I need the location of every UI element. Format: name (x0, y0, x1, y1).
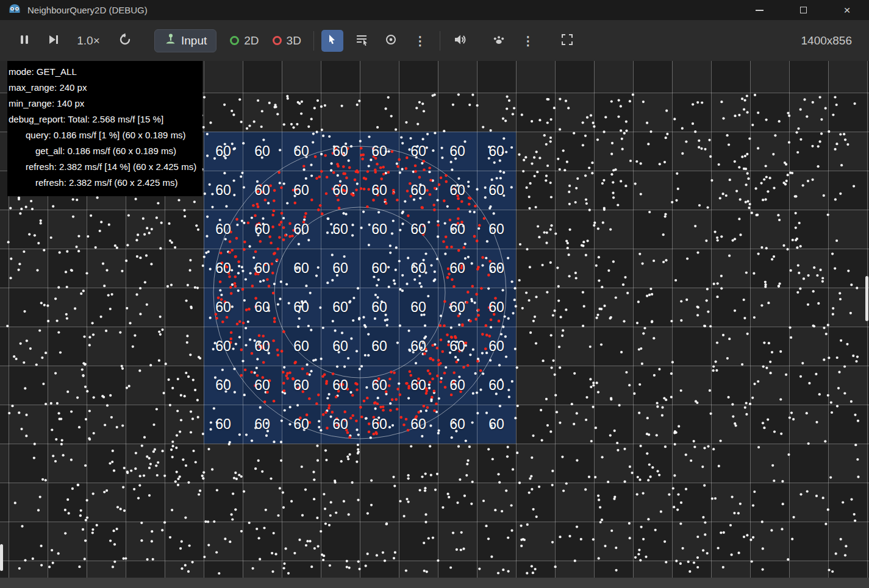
3d-node-icon (273, 36, 282, 45)
2d-node-icon (230, 36, 239, 45)
cell-count-label: 60 (399, 132, 438, 171)
cell-count-label: 60 (321, 249, 360, 288)
fullscreen-button[interactable] (556, 30, 578, 52)
cell-count-label: 60 (282, 288, 321, 327)
cell-count-label: 60 (477, 171, 516, 210)
cell-count-label: 60 (438, 249, 477, 288)
left-scrollbar-thumb[interactable] (0, 544, 3, 571)
debug-line: query: 0.186 ms/f [1 %] (60 x 0.189 ms) (9, 127, 196, 143)
maximize-button[interactable] (781, 0, 825, 20)
ring-dot-icon (384, 33, 398, 48)
cell-count-label: 60 (321, 210, 360, 249)
cell-count-label: 60 (360, 366, 399, 405)
cell-count-label: 60 (399, 171, 438, 210)
window-title: NeighbourQuery2D (DEBUG) (27, 5, 148, 15)
cell-count-label: 60 (360, 288, 399, 327)
tab-2d[interactable]: 2D (230, 34, 259, 48)
paw-icon (492, 33, 506, 48)
horizontal-scrollbar-track[interactable] (0, 578, 869, 588)
audio-mute-button[interactable] (449, 30, 471, 52)
godot-logo-icon (8, 2, 21, 18)
select-list-button[interactable] (351, 30, 373, 52)
cell-count-label: 60 (438, 171, 477, 210)
cell-count-label: 60 (243, 405, 282, 444)
cell-count-label: 60 (360, 327, 399, 366)
pause-button[interactable] (13, 30, 35, 52)
speed-label[interactable]: 1.0× (71, 34, 105, 48)
cell-count-label: 60 (399, 288, 438, 327)
tab-3d[interactable]: 3D (273, 34, 301, 48)
window-controls: × (737, 0, 869, 20)
debug-overlay: mode: GET_ALLmax_range: 240 pxmin_range:… (7, 61, 202, 196)
minimize-button[interactable] (737, 0, 781, 20)
cell-count-label: 60 (438, 132, 477, 171)
next-frame-button[interactable] (42, 30, 64, 52)
cell-count-label: 60 (438, 210, 477, 249)
cell-count-label: 60 (477, 366, 516, 405)
toolbar-separator (440, 31, 440, 51)
debug-line: debug_report: Total: 2.568 ms/f [15 %] (9, 112, 196, 127)
right-scrollbar-thumb[interactable] (865, 276, 868, 321)
visibility-button[interactable] (380, 30, 402, 52)
list-cursor-icon (355, 33, 368, 48)
more-options-button-2[interactable]: ⋮ (517, 30, 539, 52)
resolution-label: 1400x856 (801, 34, 852, 48)
tab-3d-label: 3D (287, 34, 301, 48)
minimize-icon (756, 10, 764, 11)
cell-count-label: 60 (438, 327, 477, 366)
cell-count-label: 60 (438, 405, 477, 444)
cell-count-label: 60 (282, 210, 321, 249)
cell-count-label: 60 (477, 132, 516, 171)
cell-count-label: 60 (204, 210, 243, 249)
cell-count-label: 60 (477, 249, 516, 288)
next-frame-icon (46, 33, 60, 48)
pause-icon (18, 33, 31, 48)
cell-count-label: 60 (282, 171, 321, 210)
cell-count-label: 60 (321, 327, 360, 366)
cell-count-label: 60 (399, 327, 438, 366)
cell-count-label: 60 (282, 249, 321, 288)
input-toggle-button[interactable]: Input (154, 29, 216, 52)
cell-count-label: 60 (321, 288, 360, 327)
tab-2d-label: 2D (244, 34, 259, 48)
cell-count-label: 60 (477, 327, 516, 366)
reset-button[interactable] (114, 30, 136, 52)
cell-count-label: 60 (477, 405, 516, 444)
cell-count-label: 60 (321, 132, 360, 171)
cell-count-label: 60 (243, 132, 282, 171)
debug-line: min_range: 140 px (9, 96, 196, 112)
debug-line: refresh: 2.382 ms/f (60 x 2.425 ms) (9, 175, 196, 191)
cell-count-label: 60 (204, 288, 243, 327)
cell-count-label: 60 (360, 249, 399, 288)
cell-count-label: 60 (321, 171, 360, 210)
cell-count-label: 60 (399, 249, 438, 288)
joystick-icon (164, 33, 176, 48)
cell-count-label: 60 (477, 288, 516, 327)
cell-count-label: 60 (360, 132, 399, 171)
cell-count-label: 60 (360, 405, 399, 444)
debug-paw-button[interactable] (488, 30, 510, 52)
cell-count-label: 60 (204, 132, 243, 171)
maximize-icon (800, 7, 807, 13)
cell-count-label: 60 (399, 366, 438, 405)
cell-count-label: 60 (399, 210, 438, 249)
cell-count-label: 60 (399, 405, 438, 444)
select-mode-button[interactable] (321, 30, 343, 52)
game-viewport[interactable]: 6060606060606060606060606060606060606060… (0, 61, 869, 578)
cursor-arrow-icon (327, 34, 338, 47)
input-toggle-label: Input (181, 34, 207, 48)
cell-count-label: 60 (243, 327, 282, 366)
close-button[interactable]: × (825, 0, 869, 20)
cell-count-label: 60 (321, 366, 360, 405)
cell-count-label: 60 (321, 405, 360, 444)
app-window: NeighbourQuery2D (DEBUG) × 1.0× Input 2D (0, 0, 869, 588)
cell-count-label: 60 (204, 405, 243, 444)
cell-count-label: 60 (243, 171, 282, 210)
reset-icon (118, 33, 132, 48)
cell-count-label: 60 (204, 327, 243, 366)
speaker-icon (452, 32, 467, 49)
cell-count-label: 60 (282, 132, 321, 171)
debug-line: max_range: 240 px (9, 80, 196, 96)
cell-count-label: 60 (243, 210, 282, 249)
more-options-button[interactable]: ⋮ (409, 30, 431, 52)
